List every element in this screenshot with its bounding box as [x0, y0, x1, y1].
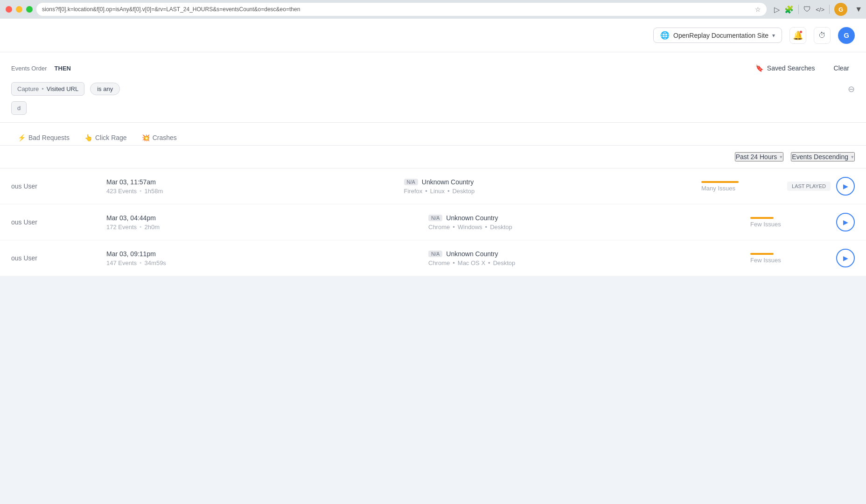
country-name-2: Unknown Country [446, 214, 498, 222]
play-icon-1: ▶ [843, 182, 848, 190]
stats-separator-3: • [140, 259, 142, 266]
device-2: Desktop [490, 224, 512, 231]
remove-filter-btn[interactable]: ⊖ [848, 84, 855, 94]
session-issues-3: Few Issues [750, 253, 825, 264]
play-btn-3[interactable]: ▶ [836, 249, 855, 267]
browser-info-2: Chrome • Windows • Desktop [428, 224, 739, 231]
events-count-1: 423 Events [106, 188, 137, 195]
stats-separator-1: • [140, 188, 142, 195]
session-list: ous User Mar 03, 11:57am 423 Events • 1h… [0, 168, 866, 276]
sort-chevron-icon: ▾ [851, 154, 854, 160]
toolbar-divider [798, 5, 799, 14]
table-row[interactable]: ous User Mar 03, 11:57am 423 Events • 1h… [0, 168, 866, 204]
capture-label: Capture [17, 85, 39, 92]
globe-icon: 🌐 [660, 31, 670, 40]
browser-sep-3: • [453, 259, 455, 266]
table-row[interactable]: ous User Mar 03, 04:44pm 172 Events • 2h… [0, 204, 866, 240]
stats-separator-2: • [140, 224, 142, 231]
duration-3: 34m59s [145, 259, 166, 266]
issue-bar-2 [750, 217, 774, 219]
user-avatar[interactable]: G [838, 27, 855, 44]
browser-minimize-btn[interactable] [16, 6, 22, 13]
os-sep-3: • [488, 259, 490, 266]
user-label-2: ous User [11, 218, 37, 226]
url-text: sions?f[0].k=location&f[0].op=isAny&f[0]… [42, 6, 751, 13]
filter-separator: • [42, 85, 44, 92]
browser-profile[interactable]: G [834, 3, 847, 16]
play-btn-1[interactable]: ▶ [836, 177, 855, 196]
events-count-3: 147 Events [106, 259, 137, 266]
chevron-down-icon: ▾ [772, 32, 775, 39]
country-name-1: Unknown Country [422, 178, 474, 186]
table-row[interactable]: ous User Mar 03, 09:11pm 147 Events • 34… [0, 240, 866, 276]
user-label-3: ous User [11, 254, 37, 262]
filter-section: Events Order THEN 🔖 Saved Searches Clear… [0, 52, 866, 123]
session-time-3: Mar 03, 09:11pm [106, 250, 417, 258]
os-sep-2: • [485, 224, 488, 231]
browser-maximize-btn[interactable] [26, 6, 33, 13]
history-btn[interactable]: ⏱ [814, 27, 831, 44]
session-location-2: N/A Unknown Country Chrome • Windows • D… [428, 214, 739, 231]
os-2: Windows [458, 224, 482, 231]
saved-searches-label: Saved Searches [767, 64, 815, 72]
play-icon-2: ▶ [843, 218, 848, 226]
browser-3: Chrome [428, 259, 450, 266]
session-user-3: ous User [11, 254, 95, 262]
tab-crashes[interactable]: 💥 Crashes [135, 130, 183, 145]
extend-btn[interactable]: ▼ [851, 0, 866, 19]
browser-1: Firefox [404, 188, 423, 195]
session-meta-1: Mar 03, 11:57am 423 Events • 1h58m [106, 178, 393, 195]
play-video-icon[interactable]: ▷ [774, 5, 780, 14]
tab-click-rage[interactable]: 👆 Click Rage [78, 130, 133, 145]
sort-selector-btn[interactable]: Events Descending ▾ [791, 152, 855, 161]
os-sep-1: • [447, 188, 450, 195]
duration-1: 1h58m [145, 188, 163, 195]
tab-crashes-label: Crashes [153, 134, 177, 141]
filter-row-2: d [11, 101, 855, 115]
filter-condition-btn[interactable]: is any [90, 83, 120, 95]
device-1: Desktop [452, 188, 475, 195]
session-time-2: Mar 03, 04:44pm [106, 214, 417, 222]
os-3: Mac OS X [458, 259, 485, 266]
site-name: OpenReplay Documentation Site [673, 32, 768, 39]
filter-second-tag: d [11, 101, 27, 115]
saved-searches-btn[interactable]: 🔖 Saved Searches [750, 62, 821, 75]
devtools-icon[interactable]: </> [816, 6, 824, 13]
issue-label-2: Few Issues [750, 221, 825, 228]
app-header: 🌐 OpenReplay Documentation Site ▾ 🔔 ⏱ G [0, 19, 866, 52]
os-1: Linux [430, 188, 445, 195]
session-actions-3: ▶ [836, 249, 855, 267]
session-user-2: ous User [11, 218, 95, 226]
browser-chrome: sions?f[0].k=location&f[0].op=isAny&f[0]… [0, 0, 866, 19]
time-chevron-icon: ▾ [780, 154, 782, 160]
click-rage-icon: 👆 [84, 134, 92, 141]
site-selector[interactable]: 🌐 OpenReplay Documentation Site ▾ [653, 28, 782, 43]
session-issues-1: Many Issues [701, 181, 776, 192]
session-issues-2: Few Issues [750, 217, 825, 228]
country-badge-2: N/A [428, 215, 442, 221]
duration-2: 2h0m [145, 224, 160, 231]
bookmark-icon: 🔖 [755, 64, 763, 72]
country-name-3: Unknown Country [446, 250, 498, 258]
country-row-3: N/A Unknown Country [428, 250, 739, 258]
shield-icon[interactable]: 🛡 [803, 5, 811, 14]
browser-info-3: Chrome • Mac OS X • Desktop [428, 259, 739, 266]
filter-row-1: Capture • Visited URL is any ⊖ [11, 82, 855, 96]
session-location-3: N/A Unknown Country Chrome • Mac OS X • … [428, 250, 739, 266]
issue-label-3: Few Issues [750, 257, 825, 264]
tab-click-rage-label: Click Rage [95, 134, 127, 141]
notification-btn[interactable]: 🔔 [789, 27, 806, 44]
session-location-1: N/A Unknown Country Firefox • Linux • De… [404, 178, 691, 195]
play-btn-2[interactable]: ▶ [836, 213, 855, 231]
session-stats-1: 423 Events • 1h58m [106, 188, 393, 195]
bookmark-icon[interactable]: ☆ [755, 6, 761, 13]
url-bar[interactable]: sions?f[0].k=location&f[0].op=isAny&f[0]… [36, 3, 767, 16]
country-row-1: N/A Unknown Country [404, 178, 691, 186]
tab-bad-requests[interactable]: ⚡ Bad Requests [11, 130, 76, 145]
browser-close-btn[interactable] [6, 6, 12, 13]
clear-btn[interactable]: Clear [828, 62, 855, 75]
device-3: Desktop [493, 259, 516, 266]
time-selector-btn[interactable]: Past 24 Hours ▾ [735, 152, 784, 161]
extensions-icon[interactable]: 🧩 [784, 5, 794, 14]
sort-label: Events Descending [792, 153, 848, 161]
